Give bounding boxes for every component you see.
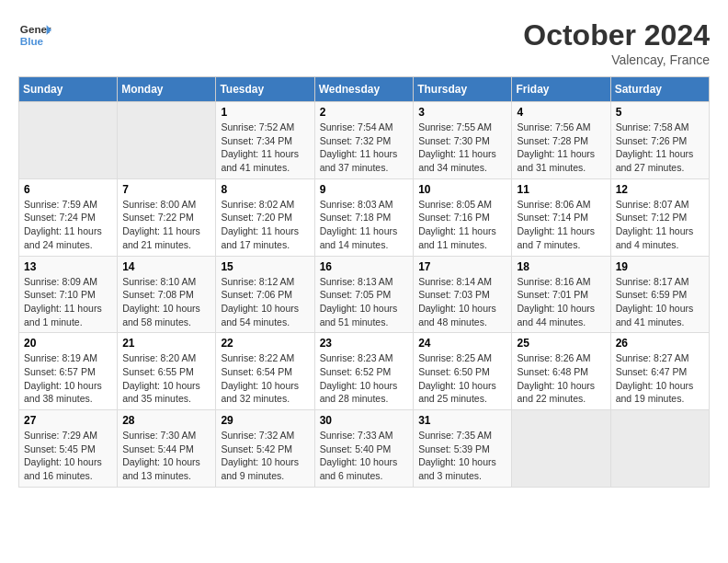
location: Valencay, France: [523, 52, 710, 67]
day-number: 29: [221, 414, 309, 427]
calendar-header: Sunday Monday Tuesday Wednesday Thursday…: [19, 77, 710, 102]
day-number: 21: [122, 337, 210, 350]
day-number: 4: [517, 106, 605, 119]
day-info: Sunrise: 7:58 AMSunset: 7:26 PMDaylight:…: [616, 121, 704, 175]
calendar-cell: 24Sunrise: 8:25 AMSunset: 6:50 PMDayligh…: [414, 333, 512, 410]
day-number: 8: [221, 183, 309, 196]
day-number: 27: [24, 414, 112, 427]
calendar-cell: 8Sunrise: 8:02 AMSunset: 7:20 PMDaylight…: [216, 178, 314, 256]
calendar-week-2: 6Sunrise: 7:59 AMSunset: 7:24 PMDaylight…: [19, 178, 710, 256]
calendar-cell: [19, 102, 118, 179]
logo-icon: General Blue: [18, 18, 51, 52]
day-number: 26: [616, 337, 704, 350]
day-info: Sunrise: 8:22 AMSunset: 6:54 PMDaylight:…: [221, 351, 309, 406]
day-info: Sunrise: 8:00 AMSunset: 7:22 PMDaylight:…: [122, 198, 210, 252]
day-number: 7: [122, 183, 210, 196]
day-number: 9: [320, 183, 409, 196]
header-row: Sunday Monday Tuesday Wednesday Thursday…: [19, 77, 710, 102]
calendar-cell: 22Sunrise: 8:22 AMSunset: 6:54 PMDayligh…: [216, 333, 314, 410]
col-wednesday: Wednesday: [314, 77, 414, 102]
day-info: Sunrise: 8:26 AMSunset: 6:48 PMDaylight:…: [517, 351, 605, 406]
day-number: 23: [320, 337, 409, 350]
day-info: Sunrise: 8:02 AMSunset: 7:20 PMDaylight:…: [221, 198, 309, 252]
day-number: 12: [616, 183, 704, 196]
calendar-cell: 27Sunrise: 7:29 AMSunset: 5:45 PMDayligh…: [19, 410, 118, 488]
day-info: Sunrise: 8:09 AMSunset: 7:10 PMDaylight:…: [24, 275, 112, 329]
calendar-cell: [512, 410, 610, 488]
title-block: October 2024 Valencay, France: [523, 18, 710, 67]
day-number: 11: [517, 183, 605, 196]
day-info: Sunrise: 7:35 AMSunset: 5:39 PMDaylight:…: [418, 429, 506, 483]
calendar-cell: 11Sunrise: 8:06 AMSunset: 7:14 PMDayligh…: [512, 178, 610, 256]
day-info: Sunrise: 8:07 AMSunset: 7:12 PMDaylight:…: [616, 198, 704, 252]
calendar-cell: 10Sunrise: 8:05 AMSunset: 7:16 PMDayligh…: [414, 178, 512, 256]
day-info: Sunrise: 7:59 AMSunset: 7:24 PMDaylight:…: [24, 198, 112, 252]
calendar-cell: 17Sunrise: 8:14 AMSunset: 7:03 PMDayligh…: [414, 256, 512, 333]
day-number: 2: [320, 106, 409, 119]
calendar-cell: 15Sunrise: 8:12 AMSunset: 7:06 PMDayligh…: [216, 256, 314, 333]
calendar-cell: 2Sunrise: 7:54 AMSunset: 7:32 PMDaylight…: [314, 102, 414, 179]
day-number: 1: [221, 106, 309, 119]
svg-text:Blue: Blue: [20, 35, 44, 47]
calendar-cell: 5Sunrise: 7:58 AMSunset: 7:26 PMDaylight…: [610, 102, 709, 179]
col-monday: Monday: [118, 77, 216, 102]
calendar-cell: 29Sunrise: 7:32 AMSunset: 5:42 PMDayligh…: [216, 410, 314, 488]
calendar-week-3: 13Sunrise: 8:09 AMSunset: 7:10 PMDayligh…: [19, 256, 710, 333]
calendar-cell: 31Sunrise: 7:35 AMSunset: 5:39 PMDayligh…: [414, 410, 512, 488]
calendar-week-4: 20Sunrise: 8:19 AMSunset: 6:57 PMDayligh…: [19, 333, 710, 410]
day-info: Sunrise: 8:27 AMSunset: 6:47 PMDaylight:…: [616, 351, 704, 406]
calendar-cell: 20Sunrise: 8:19 AMSunset: 6:57 PMDayligh…: [19, 333, 118, 410]
calendar-cell: 25Sunrise: 8:26 AMSunset: 6:48 PMDayligh…: [512, 333, 610, 410]
col-saturday: Saturday: [610, 77, 709, 102]
day-info: Sunrise: 7:33 AMSunset: 5:40 PMDaylight:…: [320, 429, 409, 483]
calendar-week-5: 27Sunrise: 7:29 AMSunset: 5:45 PMDayligh…: [19, 410, 710, 488]
day-info: Sunrise: 8:14 AMSunset: 7:03 PMDaylight:…: [418, 275, 506, 329]
day-info: Sunrise: 8:05 AMSunset: 7:16 PMDaylight:…: [418, 198, 506, 252]
day-info: Sunrise: 8:25 AMSunset: 6:50 PMDaylight:…: [418, 351, 506, 406]
calendar-cell: 14Sunrise: 8:10 AMSunset: 7:08 PMDayligh…: [118, 256, 216, 333]
col-sunday: Sunday: [19, 77, 118, 102]
day-info: Sunrise: 7:56 AMSunset: 7:28 PMDaylight:…: [517, 121, 605, 175]
calendar-cell: [610, 410, 709, 488]
day-number: 19: [616, 260, 704, 273]
day-info: Sunrise: 7:55 AMSunset: 7:30 PMDaylight:…: [418, 121, 506, 175]
calendar-cell: 4Sunrise: 7:56 AMSunset: 7:28 PMDaylight…: [512, 102, 610, 179]
day-number: 28: [122, 414, 210, 427]
calendar-cell: 13Sunrise: 8:09 AMSunset: 7:10 PMDayligh…: [19, 256, 118, 333]
day-info: Sunrise: 8:17 AMSunset: 6:59 PMDaylight:…: [616, 275, 704, 329]
day-info: Sunrise: 8:16 AMSunset: 7:01 PMDaylight:…: [517, 275, 605, 329]
calendar-cell: 23Sunrise: 8:23 AMSunset: 6:52 PMDayligh…: [314, 333, 414, 410]
day-info: Sunrise: 8:10 AMSunset: 7:08 PMDaylight:…: [122, 275, 210, 329]
day-number: 20: [24, 337, 112, 350]
day-info: Sunrise: 8:23 AMSunset: 6:52 PMDaylight:…: [320, 351, 409, 406]
day-info: Sunrise: 7:54 AMSunset: 7:32 PMDaylight:…: [320, 121, 409, 175]
day-number: 10: [418, 183, 506, 196]
calendar-week-1: 1Sunrise: 7:52 AMSunset: 7:34 PMDaylight…: [19, 102, 710, 179]
day-number: 3: [418, 106, 506, 119]
calendar-cell: 16Sunrise: 8:13 AMSunset: 7:05 PMDayligh…: [314, 256, 414, 333]
page-header: General Blue October 2024 Valencay, Fran…: [18, 18, 710, 67]
calendar-cell: 19Sunrise: 8:17 AMSunset: 6:59 PMDayligh…: [610, 256, 709, 333]
calendar-cell: 26Sunrise: 8:27 AMSunset: 6:47 PMDayligh…: [610, 333, 709, 410]
logo: General Blue: [18, 18, 51, 52]
day-number: 25: [517, 337, 605, 350]
day-number: 22: [221, 337, 309, 350]
calendar-cell: 7Sunrise: 8:00 AMSunset: 7:22 PMDaylight…: [118, 178, 216, 256]
day-info: Sunrise: 7:30 AMSunset: 5:44 PMDaylight:…: [122, 429, 210, 483]
calendar-body: 1Sunrise: 7:52 AMSunset: 7:34 PMDaylight…: [19, 102, 710, 488]
month-title: October 2024: [523, 18, 710, 52]
day-info: Sunrise: 8:03 AMSunset: 7:18 PMDaylight:…: [320, 198, 409, 252]
calendar-cell: 30Sunrise: 7:33 AMSunset: 5:40 PMDayligh…: [314, 410, 414, 488]
col-thursday: Thursday: [414, 77, 512, 102]
calendar-cell: 12Sunrise: 8:07 AMSunset: 7:12 PMDayligh…: [610, 178, 709, 256]
day-number: 13: [24, 260, 112, 273]
calendar-table: Sunday Monday Tuesday Wednesday Thursday…: [18, 76, 710, 488]
calendar-cell: 6Sunrise: 7:59 AMSunset: 7:24 PMDaylight…: [19, 178, 118, 256]
day-info: Sunrise: 7:52 AMSunset: 7:34 PMDaylight:…: [221, 121, 309, 175]
day-number: 31: [418, 414, 506, 427]
day-info: Sunrise: 8:06 AMSunset: 7:14 PMDaylight:…: [517, 198, 605, 252]
day-number: 15: [221, 260, 309, 273]
calendar-cell: 18Sunrise: 8:16 AMSunset: 7:01 PMDayligh…: [512, 256, 610, 333]
calendar-cell: 1Sunrise: 7:52 AMSunset: 7:34 PMDaylight…: [216, 102, 314, 179]
day-info: Sunrise: 8:19 AMSunset: 6:57 PMDaylight:…: [24, 351, 112, 406]
